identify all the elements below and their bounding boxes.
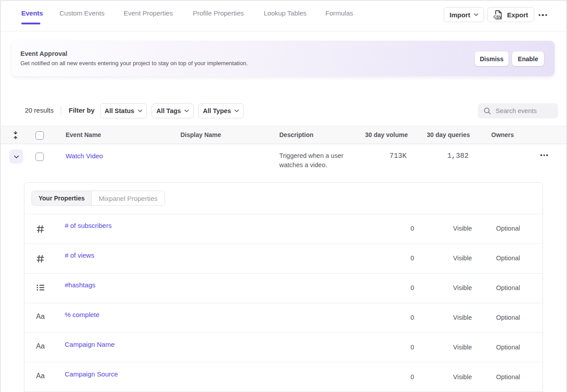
svg-text:CSV: CSV [493, 14, 502, 19]
